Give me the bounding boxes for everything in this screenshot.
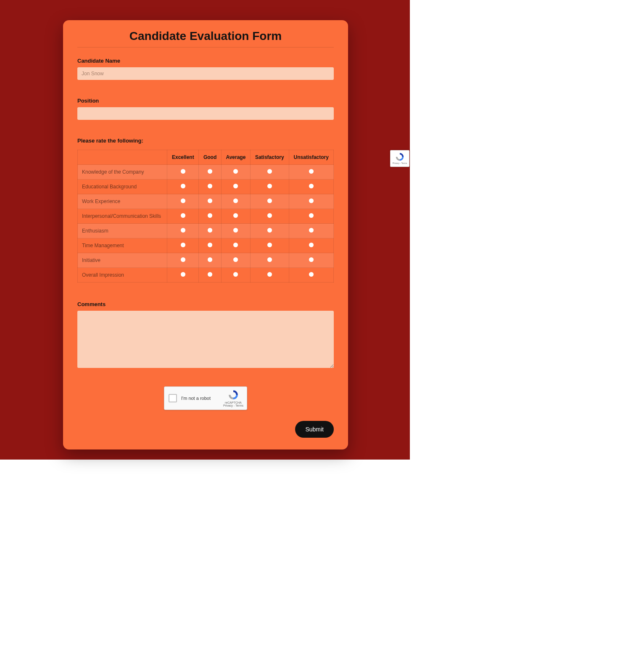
rating-cell [199,180,221,194]
rating-radio[interactable] [233,198,238,203]
recaptcha-left: I'm not a robot [169,394,211,402]
table-row: Time Management [78,238,334,253]
recaptcha-badge-links: Privacy - Terms [391,162,409,164]
rating-cell [251,180,289,194]
criterion-label: Overall Impression [78,268,167,283]
candidate-name-input[interactable] [77,67,334,80]
recaptcha-terms-link[interactable]: Terms [235,404,243,407]
rating-cell [199,224,221,238]
rating-radio[interactable] [309,198,314,203]
comments-input[interactable] [77,311,334,368]
rating-radio[interactable] [309,169,314,174]
recaptcha-label: I'm not a robot [181,396,211,401]
rating-radio[interactable] [181,228,185,233]
rating-radio[interactable] [233,272,238,277]
rating-radio[interactable] [233,257,238,262]
rating-radio[interactable] [181,169,185,174]
recaptcha-badge-privacy[interactable]: Privacy [393,162,399,164]
rating-radio[interactable] [309,272,314,277]
form-title: Candidate Evaluation Form [77,29,334,48]
rating-cell [221,165,250,180]
rating-cell [221,268,250,283]
table-row: Work Experience [78,194,334,209]
rating-radio[interactable] [181,184,185,188]
rating-radio[interactable] [181,198,185,203]
rating-radio[interactable] [309,228,314,233]
rating-cell [167,224,199,238]
recaptcha-checkbox[interactable] [169,394,177,402]
rating-header-blank [78,150,167,165]
position-input[interactable] [77,107,334,120]
rating-cell [251,165,289,180]
table-row: Educational Background [78,180,334,194]
rating-radio[interactable] [233,243,238,247]
rating-radio[interactable] [233,213,238,218]
rating-cell [251,194,289,209]
rating-radio[interactable] [208,243,212,247]
candidate-name-label: Candidate Name [77,58,334,64]
recaptcha-badge-terms[interactable]: Terms [401,162,407,164]
recaptcha-badge[interactable]: Privacy - Terms [390,150,409,167]
rating-radio[interactable] [233,228,238,233]
recaptcha-privacy-link[interactable]: Privacy [223,404,233,407]
rating-cell [167,180,199,194]
captcha-row: I'm not a robot reCAPTCHA Privacy - Term… [77,386,334,410]
rating-radio[interactable] [267,198,272,203]
rating-radio[interactable] [181,243,185,247]
position-label: Position [77,98,334,104]
rating-radio[interactable] [267,257,272,262]
rating-radio[interactable] [181,272,185,277]
rating-cell [289,253,333,268]
rating-radio[interactable] [233,169,238,174]
rating-radio[interactable] [208,198,212,203]
comments-field: Comments [77,301,334,370]
recaptcha-widget: I'm not a robot reCAPTCHA Privacy - Term… [164,386,247,410]
criterion-label: Interpersonal/Communication Skills [78,209,167,224]
rating-cell [167,238,199,253]
rating-cell [289,165,333,180]
rating-radio[interactable] [208,272,212,277]
criterion-label: Time Management [78,238,167,253]
rating-radio[interactable] [208,169,212,174]
rating-radio[interactable] [267,272,272,277]
rating-radio[interactable] [181,213,185,218]
rating-radio[interactable] [267,169,272,174]
rating-radio[interactable] [208,228,212,233]
rating-table: Excellent Good Average Satisfactory Unsa… [77,150,334,283]
rating-radio[interactable] [309,257,314,262]
rating-radio[interactable] [233,184,238,188]
rating-cell [221,238,250,253]
rating-cell [221,209,250,224]
submit-row: Submit [77,421,334,438]
rating-cell [251,209,289,224]
rating-radio[interactable] [267,184,272,188]
recaptcha-links: Privacy - Terms [223,404,243,407]
rating-cell [221,180,250,194]
table-row: Initiative [78,253,334,268]
rating-radio[interactable] [208,257,212,262]
recaptcha-logo-icon [228,389,239,400]
rating-radio[interactable] [208,213,212,218]
rating-cell [167,268,199,283]
rating-cell [221,253,250,268]
rating-cell [251,238,289,253]
criterion-label: Knowledge of the Company [78,165,167,180]
rating-cell [221,224,250,238]
rating-radio[interactable] [267,213,272,218]
rating-cell [251,224,289,238]
table-row: Knowledge of the Company [78,165,334,180]
rating-radio[interactable] [208,184,212,188]
rating-radio[interactable] [309,243,314,247]
rating-cell [289,224,333,238]
submit-button[interactable]: Submit [295,421,334,438]
rating-radio[interactable] [309,213,314,218]
position-field: Position [77,98,334,120]
rating-cell [199,209,221,224]
rating-cell [289,238,333,253]
rating-radio[interactable] [267,243,272,247]
rating-radio[interactable] [267,228,272,233]
rating-cell [289,194,333,209]
rating-header-average: Average [221,150,250,165]
rating-radio[interactable] [309,184,314,188]
rating-radio[interactable] [181,257,185,262]
